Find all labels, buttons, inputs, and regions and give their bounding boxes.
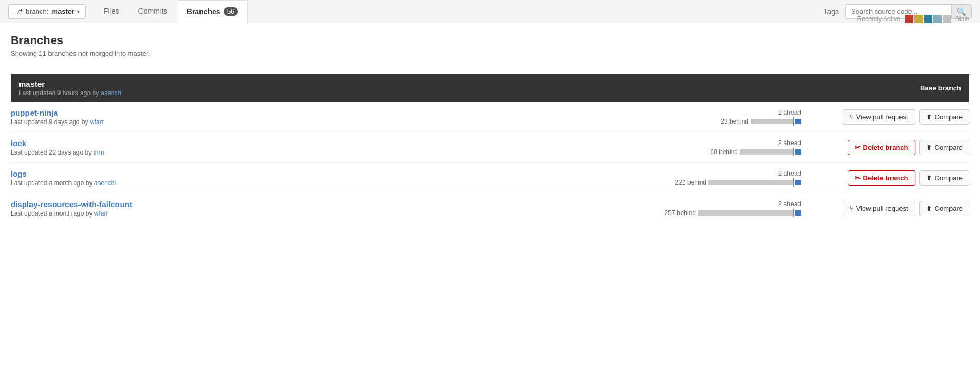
branch-actions-col: ⑂ View pull request ⬆ Compare xyxy=(801,201,969,216)
branch-info-col: logs Last updated a month ago by asenchi xyxy=(11,169,211,187)
action-label: Delete branch xyxy=(863,174,908,182)
branch-row: display-resources-with-failcount Last up… xyxy=(11,193,969,223)
compare-label: Compare xyxy=(935,113,963,121)
behind-bar xyxy=(751,119,793,124)
master-branch-name: master xyxy=(19,79,123,88)
activity-legend: Recently Active Stale xyxy=(857,15,969,23)
ahead-bar xyxy=(795,180,801,185)
compare-button[interactable]: ⬆ Compare xyxy=(919,109,969,125)
ahead-behind-graph: 2 ahead 222 behind xyxy=(211,170,801,187)
chevron-down-icon: ▾ xyxy=(77,8,80,14)
branch-graph-col: 2 ahead 23 behind xyxy=(211,109,801,126)
master-branch-updated: Last updated 9 hours ago by asenchi xyxy=(19,89,123,97)
delete-icon: ✂ xyxy=(855,144,861,151)
action-label: View pull request xyxy=(856,205,908,212)
ahead-label: 2 ahead xyxy=(778,139,801,147)
compare-button[interactable]: ⬆ Compare xyxy=(919,170,969,186)
master-branch-author-link[interactable]: asenchi xyxy=(101,89,122,97)
bar-divider xyxy=(793,209,794,217)
ahead-behind-graph: 2 ahead 23 behind xyxy=(211,109,801,126)
delete-icon: ✂ xyxy=(855,174,861,182)
bar-row: 23 behind xyxy=(721,117,801,126)
branch-author-link[interactable]: wfarr xyxy=(94,210,108,217)
behind-bar xyxy=(698,210,793,216)
branch-row: puppet-ninja Last updated 9 days ago by … xyxy=(11,102,969,132)
stale-label: Stale xyxy=(955,15,969,23)
compare-label: Compare xyxy=(935,174,963,182)
legend-color-3 xyxy=(924,15,932,23)
branch-selector[interactable]: ⎇ branch: master ▾ xyxy=(8,4,86,19)
bar-divider xyxy=(793,148,794,156)
view-pull-request-button[interactable]: ⑂ View pull request xyxy=(843,201,915,216)
page-subtitle: Showing 11 branches not merged into mast… xyxy=(11,49,150,57)
legend-color-4 xyxy=(933,15,942,23)
pull-request-icon: ⑂ xyxy=(849,205,854,212)
branch-name-link[interactable]: puppet-ninja xyxy=(11,108,58,117)
branch-actions-col: ✂ Delete branch ⬆ Compare xyxy=(801,170,969,186)
branch-meta: Last updated a month ago by asenchi xyxy=(11,179,211,187)
branch-author-link[interactable]: tnm xyxy=(93,149,104,156)
tags-link[interactable]: Tags xyxy=(823,7,839,16)
legend-color-5 xyxy=(943,15,951,23)
branch-name-link[interactable]: lock xyxy=(11,139,26,148)
behind-label: 257 behind xyxy=(665,209,696,217)
compare-button[interactable]: ⬆ Compare xyxy=(919,140,969,155)
branch-author-link[interactable]: asenchi xyxy=(94,179,116,187)
behind-label: 60 behind xyxy=(710,148,738,156)
compare-label: Compare xyxy=(935,205,963,212)
recently-active-label: Recently Active xyxy=(857,15,901,23)
page-title: Branches xyxy=(11,34,150,47)
bar-row: 60 behind xyxy=(710,148,801,156)
compare-label: Compare xyxy=(935,144,963,151)
legend-color-2 xyxy=(914,15,923,23)
branch-row: logs Last updated a month ago by asenchi… xyxy=(11,163,969,193)
branch-info-col: lock Last updated 22 days ago by tnm xyxy=(11,139,211,156)
tab-commits[interactable]: Commits xyxy=(129,0,177,24)
compare-icon: ⬆ xyxy=(926,144,932,151)
main-tabs: Files Commits Branches 56 xyxy=(94,0,823,23)
compare-button[interactable]: ⬆ Compare xyxy=(919,201,969,216)
branch-meta: Last updated 22 days ago by tnm xyxy=(11,149,211,156)
ahead-behind-graph: 2 ahead 257 behind xyxy=(211,200,801,217)
branch-name-link[interactable]: display-resources-with-failcount xyxy=(11,200,132,209)
bar-divider xyxy=(793,117,794,126)
branch-meta: Last updated 9 days ago by wfarr xyxy=(11,118,211,126)
bar-row: 222 behind xyxy=(675,178,801,187)
tab-files[interactable]: Files xyxy=(94,0,129,24)
tab-branches[interactable]: Branches 56 xyxy=(177,0,248,24)
master-branch-info: master Last updated 9 hours ago by asenc… xyxy=(19,79,123,97)
legend-color-1 xyxy=(905,15,913,23)
behind-label: 222 behind xyxy=(675,179,706,186)
pull-request-icon: ⑂ xyxy=(849,113,854,121)
delete-branch-button[interactable]: ✂ Delete branch xyxy=(848,140,915,155)
view-pull-request-button[interactable]: ⑂ View pull request xyxy=(843,109,915,125)
base-branch-label: Base branch xyxy=(920,84,961,92)
behind-label: 23 behind xyxy=(721,118,748,125)
branch-name-link[interactable]: logs xyxy=(11,169,27,178)
ahead-label: 2 ahead xyxy=(778,170,801,177)
ahead-bar xyxy=(795,210,801,216)
ahead-label: 2 ahead xyxy=(778,109,801,116)
compare-icon: ⬆ xyxy=(926,205,932,212)
branch-graph-col: 2 ahead 60 behind xyxy=(211,139,801,156)
compare-icon: ⬆ xyxy=(926,113,932,121)
master-branch-bar: master Last updated 9 hours ago by asenc… xyxy=(11,74,969,102)
ahead-label: 2 ahead xyxy=(778,200,801,208)
branch-actions-col: ✂ Delete branch ⬆ Compare xyxy=(801,140,969,155)
branch-name-label: master xyxy=(52,7,74,15)
top-navigation-bar: ⎇ branch: master ▾ Files Commits Branche… xyxy=(0,0,980,23)
branch-icon: ⎇ xyxy=(14,7,23,16)
behind-bar xyxy=(740,149,793,155)
action-label: Delete branch xyxy=(863,144,908,151)
action-label: View pull request xyxy=(856,113,908,121)
branch-actions-col: ⑂ View pull request ⬆ Compare xyxy=(801,109,969,125)
branch-author-link[interactable]: wfarr xyxy=(90,118,104,126)
ahead-bar xyxy=(795,119,801,124)
page-header: Branches Showing 11 branches not merged … xyxy=(11,34,150,66)
branch-row: lock Last updated 22 days ago by tnm 2 a… xyxy=(11,132,969,163)
branch-prefix-label: branch: xyxy=(26,7,48,15)
delete-branch-button[interactable]: ✂ Delete branch xyxy=(848,170,915,186)
branches-count-badge: 56 xyxy=(224,7,238,16)
main-content: Branches Showing 11 branches not merged … xyxy=(0,23,980,223)
bar-row: 257 behind xyxy=(665,209,801,217)
